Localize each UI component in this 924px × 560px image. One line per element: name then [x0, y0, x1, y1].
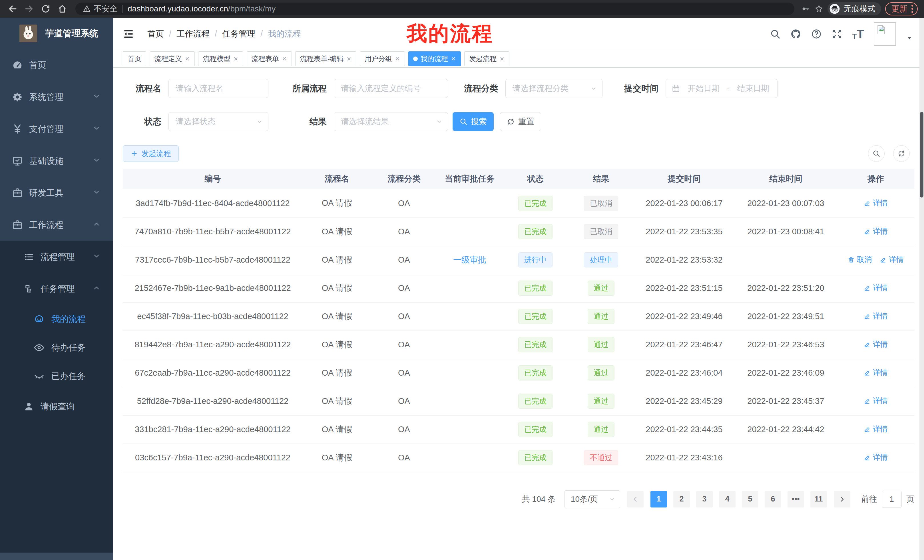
page-button-1[interactable]: 1 — [651, 491, 667, 508]
bookmark-star-icon[interactable] — [814, 4, 824, 13]
sidebar-item-label: 系统管理 — [29, 91, 63, 103]
sidebar-item-my-process[interactable]: 我的流程 — [0, 305, 113, 333]
detail-link[interactable]: 详情 — [864, 226, 888, 236]
scrollbar-thumb[interactable] — [920, 112, 923, 198]
browser-forward-icon[interactable] — [23, 3, 35, 15]
page-button-11[interactable]: 11 — [810, 491, 827, 508]
detail-link[interactable]: 详情 — [864, 311, 888, 321]
close-icon[interactable] — [233, 56, 238, 61]
tab-process-form[interactable]: 流程表单 — [247, 51, 292, 66]
sidebar-item-label: 我的流程 — [51, 313, 86, 325]
detail-link[interactable]: 详情 — [864, 368, 888, 377]
next-page-button[interactable] — [834, 491, 850, 508]
close-icon[interactable] — [451, 56, 456, 61]
tab-user-group[interactable]: 用户分组 — [360, 51, 405, 66]
page-scrollbar[interactable] — [920, 18, 924, 560]
table-row: 7317cec6-7b9b-11ec-b5b7-acde48001122OA 请… — [123, 246, 914, 274]
search-button[interactable]: 搜索 — [453, 112, 494, 131]
detail-link[interactable]: 详情 — [880, 255, 904, 265]
detail-link[interactable]: 详情 — [864, 396, 888, 406]
prev-page-button[interactable] — [627, 491, 644, 508]
avatar[interactable] — [874, 22, 896, 46]
avatar-caret-icon[interactable] — [906, 35, 913, 41]
update-label: 更新 — [891, 3, 908, 14]
security-label[interactable]: 不安全 — [94, 3, 118, 14]
cell-actions: 详情 — [837, 274, 914, 302]
breadcrumb-item[interactable]: 任务管理 — [222, 28, 255, 40]
close-icon[interactable] — [395, 56, 400, 61]
reset-button[interactable]: 重置 — [500, 112, 541, 131]
sidebar-collapse-icon[interactable] — [123, 28, 134, 40]
sidebar-item-todo-tasks[interactable]: 待办任务 — [0, 333, 113, 362]
process-category-select[interactable]: 请选择流程分类 — [506, 79, 603, 98]
page-button-5[interactable]: 5 — [742, 491, 758, 508]
cancel-link[interactable]: 取消 — [848, 255, 872, 265]
tab-process-form-edit[interactable]: 流程表单-编辑 — [295, 51, 356, 66]
sidebar-item-done-tasks[interactable]: 已办任务 — [0, 362, 113, 391]
chevron-down-icon — [93, 124, 100, 134]
sidebar-item-payment[interactable]: 支付管理 — [0, 113, 113, 145]
tab-home[interactable]: 首页 — [123, 51, 146, 66]
breadcrumb-item[interactable]: 工作流程 — [177, 28, 210, 40]
cell-process-name: OA 请假 — [303, 443, 371, 472]
detail-link[interactable]: 详情 — [864, 452, 888, 463]
sidebar-item-task-mgmt[interactable]: 任务管理 — [0, 273, 113, 305]
browser-update-button[interactable]: 更新 — [885, 2, 918, 15]
cell-submit-time: 2022-01-22 23:44:35 — [634, 415, 734, 443]
browser-back-icon[interactable] — [6, 3, 19, 15]
result-badge: 已取消 — [584, 196, 618, 211]
sidebar-item-system[interactable]: 系统管理 — [0, 81, 113, 113]
app-logo[interactable]: 芋道管理系统 — [0, 18, 113, 49]
start-process-button[interactable]: 发起流程 — [123, 145, 179, 162]
tab-my-process[interactable]: 我的流程 — [408, 51, 461, 66]
close-icon[interactable] — [500, 56, 504, 61]
close-icon[interactable] — [346, 56, 351, 61]
process-name-input[interactable] — [169, 79, 268, 97]
sidebar-item-home[interactable]: 首页 — [0, 49, 113, 81]
cell-status: 已完成 — [502, 189, 568, 217]
table-row: 52ffd28e-7b9a-11ec-a290-acde48001122OA 请… — [123, 387, 914, 415]
detail-link[interactable]: 详情 — [864, 424, 888, 434]
table-refresh-button[interactable] — [893, 145, 910, 162]
page-button-4[interactable]: 4 — [719, 491, 735, 508]
detail-label: 详情 — [889, 255, 904, 265]
tab-process-model[interactable]: 流程模型 — [198, 51, 243, 66]
detail-link[interactable]: 详情 — [864, 198, 888, 208]
tab-process-definition[interactable]: 流程定义 — [150, 51, 195, 66]
page-button-2[interactable]: 2 — [673, 491, 690, 508]
close-icon[interactable] — [185, 56, 190, 61]
status-select[interactable]: 请选择状态 — [168, 112, 268, 131]
sidebar-item-infra[interactable]: 基础设施 — [0, 145, 113, 177]
github-icon[interactable] — [790, 28, 801, 39]
sidebar-item-leave-query[interactable]: 请假查询 — [0, 391, 113, 422]
browser-reload-icon[interactable] — [39, 3, 52, 15]
fullscreen-icon[interactable] — [831, 28, 842, 39]
address-bar[interactable]: 不安全 dashboard.yudao.iocoder.cn/bpm/task/… — [75, 3, 794, 15]
sidebar-item-process-mgmt[interactable]: 流程管理 — [0, 241, 113, 273]
sidebar-item-workflow[interactable]: 工作流程 — [0, 209, 113, 241]
detail-link[interactable]: 详情 — [864, 339, 888, 349]
more-pages-button[interactable]: ••• — [788, 491, 804, 508]
task-link[interactable]: 一级审批 — [453, 255, 486, 264]
browser-toolbar: 不安全 dashboard.yudao.iocoder.cn/bpm/task/… — [0, 0, 924, 18]
tab-start-process[interactable]: 发起流程 — [464, 51, 509, 66]
page-button-3[interactable]: 3 — [696, 491, 713, 508]
page-size-select[interactable]: 10条/页 — [564, 490, 620, 508]
result-select[interactable]: 请选择流结果 — [334, 112, 448, 131]
close-icon[interactable] — [282, 56, 287, 61]
browser-home-icon[interactable] — [56, 3, 69, 15]
help-icon[interactable] — [811, 28, 822, 39]
page-button-6[interactable]: 6 — [765, 491, 781, 508]
password-key-icon[interactable] — [801, 4, 810, 13]
goto-page-input[interactable] — [882, 491, 902, 508]
process-definition-input[interactable] — [334, 79, 448, 97]
detail-link[interactable]: 详情 — [864, 283, 888, 293]
breadcrumb-item[interactable]: 首页 — [147, 28, 164, 40]
browser-menu-icon[interactable] — [911, 5, 913, 13]
table-search-button[interactable] — [868, 145, 885, 162]
cell-process-name: OA 请假 — [303, 387, 371, 415]
font-size-icon[interactable]: TT — [852, 28, 864, 40]
search-icon[interactable] — [770, 28, 781, 39]
sidebar-item-devtools[interactable]: 研发工具 — [0, 177, 113, 209]
submit-time-range-picker[interactable]: 开始日期 - 结束日期 — [666, 79, 777, 98]
